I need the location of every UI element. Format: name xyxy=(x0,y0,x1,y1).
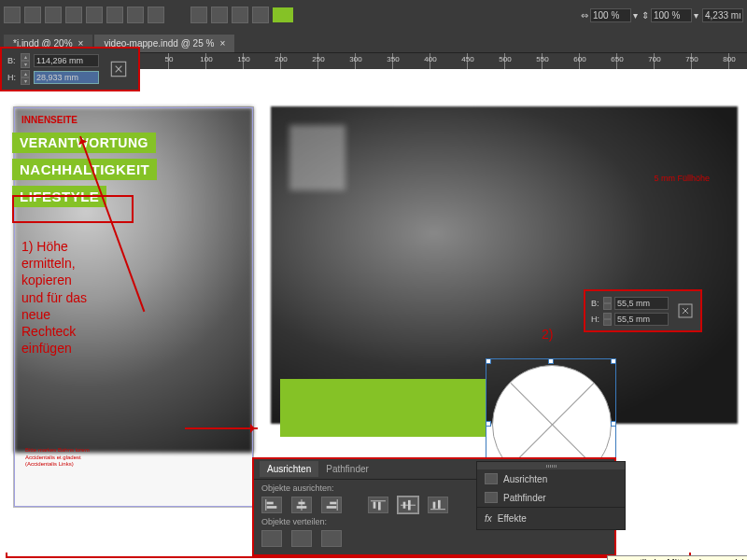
distribute-button[interactable] xyxy=(321,530,342,547)
page-caption: Bitte markes Bahns lorem Accidentalis et… xyxy=(25,447,90,468)
tool-icon[interactable] xyxy=(148,7,164,23)
fill-swatch[interactable] xyxy=(273,7,293,22)
svg-rect-13 xyxy=(330,502,336,505)
svg-rect-20 xyxy=(408,500,411,511)
panel-item-pathfinder[interactable]: Pathfinder xyxy=(477,488,625,507)
scale-y-input[interactable] xyxy=(651,8,692,22)
panel-strip: Ausrichten Pathfinder fxEffekte xyxy=(476,461,626,530)
wh-panel-annotation: B: ▴▾ H: ▴▾ xyxy=(0,47,140,91)
svg-rect-14 xyxy=(327,506,337,509)
image-highlight xyxy=(289,125,345,190)
height-label: H: xyxy=(7,73,17,82)
panel-item-effekte[interactable]: fxEffekte xyxy=(477,507,625,529)
tooltip: An vertikaler Mittelachse ausricht xyxy=(607,555,747,560)
svg-rect-17 xyxy=(378,502,381,511)
tool-icon[interactable] xyxy=(232,7,248,23)
tab-ausrichten[interactable]: Ausrichten xyxy=(260,461,318,477)
annotation-arrow xyxy=(185,427,258,429)
tool-icon[interactable] xyxy=(24,7,41,23)
coord-field[interactable] xyxy=(702,8,743,22)
panel-item-label: Effekte xyxy=(498,513,527,524)
title-bar: NACHHALTIGKEIT xyxy=(12,159,157,180)
annotation-box xyxy=(12,195,134,223)
stepper-icon[interactable] xyxy=(603,297,612,310)
tool-icon[interactable] xyxy=(190,7,207,23)
stepper-icon[interactable]: ▴▾ xyxy=(21,70,30,85)
scale-x-input[interactable] xyxy=(590,8,631,22)
width-input[interactable] xyxy=(614,297,669,310)
distribute-button[interactable] xyxy=(291,530,312,547)
tool-icon[interactable] xyxy=(4,7,21,23)
scale-x-field[interactable]: ⇔▾ xyxy=(581,8,638,22)
stepper-icon[interactable] xyxy=(603,313,612,326)
svg-rect-22 xyxy=(433,502,436,509)
selection-handle[interactable] xyxy=(486,421,491,427)
panel-grip[interactable] xyxy=(477,462,625,469)
tool-icon[interactable] xyxy=(45,7,62,23)
svg-rect-16 xyxy=(374,502,376,509)
annotation-text: 1) Höhe ermitteln, kopieren und für das … xyxy=(21,238,87,357)
width-label: B: xyxy=(591,299,600,308)
align-icon xyxy=(485,473,498,484)
panel-item-label: Pathfinder xyxy=(503,493,546,503)
tool-icon[interactable] xyxy=(65,7,82,23)
tab-pathfinder[interactable]: Pathfinder xyxy=(318,461,376,477)
annotation-label: 5 mm Füllhöhe xyxy=(654,174,710,183)
height-input[interactable] xyxy=(614,313,669,326)
panel-item-ausrichten[interactable]: Ausrichten xyxy=(477,469,625,488)
tool-icon[interactable] xyxy=(252,7,269,23)
document-page: INNENSEITE VERANTWORTUNG NACHHALTIGKEIT … xyxy=(13,106,254,508)
selection-handle[interactable] xyxy=(548,358,554,364)
annotation-number: 2) xyxy=(542,327,553,342)
fx-icon: fx xyxy=(485,513,492,524)
main-toolbar: ⇔▾ ⇕▾ xyxy=(0,0,747,30)
constrain-icon[interactable] xyxy=(676,295,695,327)
tool-icon[interactable] xyxy=(106,7,123,23)
distribute-button[interactable] xyxy=(261,530,282,547)
width-label: B: xyxy=(7,56,17,65)
height-label: H: xyxy=(591,315,600,324)
height-input[interactable] xyxy=(34,71,99,84)
stepper-icon[interactable]: ▴▾ xyxy=(21,53,30,68)
align-bottom-button[interactable] xyxy=(428,497,448,513)
align-top-button[interactable] xyxy=(368,497,388,513)
align-hcenter-button[interactable] xyxy=(291,497,312,513)
pathfinder-icon xyxy=(485,492,498,503)
workspace: INNENSEITE VERANTWORTUNG NACHHALTIGKEIT … xyxy=(0,69,747,560)
svg-rect-23 xyxy=(438,500,441,509)
coord-input[interactable] xyxy=(702,8,743,22)
constrain-icon[interactable] xyxy=(105,52,133,86)
page-label: INNENSEITE xyxy=(21,115,78,125)
svg-rect-7 xyxy=(267,502,274,505)
selection-handle[interactable] xyxy=(611,421,616,427)
distribute-buttons xyxy=(254,530,614,547)
selection-handle[interactable] xyxy=(486,358,491,364)
panel-item-label: Ausrichten xyxy=(503,474,547,484)
selection-handle[interactable] xyxy=(611,358,616,364)
svg-rect-8 xyxy=(267,506,277,509)
svg-rect-10 xyxy=(298,502,304,505)
tab-close-icon[interactable]: × xyxy=(219,38,225,49)
tool-icon[interactable] xyxy=(86,7,103,23)
tool-icon[interactable] xyxy=(127,7,144,23)
align-right-button[interactable] xyxy=(321,497,342,513)
scale-y-field[interactable]: ⇕▾ xyxy=(641,8,698,22)
align-vcenter-button[interactable] xyxy=(398,497,418,513)
width-input[interactable] xyxy=(34,54,99,67)
svg-rect-11 xyxy=(297,506,307,509)
green-rectangle-object[interactable] xyxy=(280,379,486,437)
wh-panel-annotation-2: B: H: xyxy=(584,289,702,332)
align-left-button[interactable] xyxy=(261,497,282,513)
svg-rect-19 xyxy=(403,502,406,509)
tool-icon[interactable] xyxy=(211,7,228,23)
